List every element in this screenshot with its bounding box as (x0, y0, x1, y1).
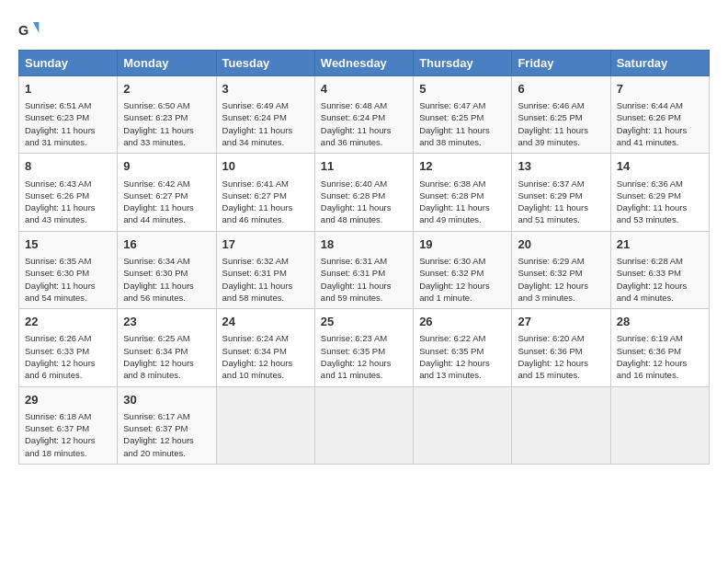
day-cell: 27Sunrise: 6:20 AMSunset: 6:36 PMDayligh… (512, 309, 610, 386)
day-number: 16 (123, 236, 210, 253)
day-cell: 16Sunrise: 6:34 AMSunset: 6:30 PMDayligh… (118, 231, 216, 308)
day-number: 4 (321, 81, 407, 98)
day-detail: Sunrise: 6:38 AMSunset: 6:28 PMDaylight:… (419, 178, 506, 226)
day-number: 30 (123, 392, 210, 408)
day-cell: 20Sunrise: 6:29 AMSunset: 6:32 PMDayligh… (512, 231, 610, 308)
week-row-4: 22Sunrise: 6:26 AMSunset: 6:33 PMDayligh… (19, 309, 710, 386)
day-cell: 14Sunrise: 6:36 AMSunset: 6:29 PMDayligh… (610, 154, 709, 231)
day-number: 29 (25, 392, 111, 408)
day-cell (414, 386, 512, 464)
day-cell: 26Sunrise: 6:22 AMSunset: 6:35 PMDayligh… (414, 309, 512, 386)
week-row-3: 15Sunrise: 6:35 AMSunset: 6:30 PMDayligh… (19, 231, 710, 308)
day-detail: Sunrise: 6:30 AMSunset: 6:32 PMDaylight:… (419, 255, 506, 304)
column-header-thursday: Thursday (414, 51, 512, 76)
day-cell: 4Sunrise: 6:48 AMSunset: 6:24 PMDaylight… (314, 76, 413, 154)
day-number: 11 (321, 158, 407, 175)
day-number: 7 (617, 81, 703, 98)
day-detail: Sunrise: 6:17 AMSunset: 6:37 PMDaylight:… (123, 410, 210, 459)
day-cell: 17Sunrise: 6:32 AMSunset: 6:31 PMDayligh… (216, 231, 314, 308)
svg-marker-1 (33, 22, 39, 33)
day-cell: 29Sunrise: 6:18 AMSunset: 6:37 PMDayligh… (19, 386, 118, 464)
day-detail: Sunrise: 6:49 AMSunset: 6:24 PMDaylight:… (222, 99, 309, 148)
day-cell: 3Sunrise: 6:49 AMSunset: 6:24 PMDaylight… (216, 76, 314, 154)
day-cell: 28Sunrise: 6:19 AMSunset: 6:36 PMDayligh… (610, 309, 709, 386)
day-cell: 22Sunrise: 6:26 AMSunset: 6:33 PMDayligh… (19, 309, 118, 386)
day-detail: Sunrise: 6:41 AMSunset: 6:27 PMDaylight:… (222, 178, 309, 226)
day-cell (512, 386, 610, 464)
column-header-wednesday: Wednesday (314, 51, 413, 76)
day-number: 6 (518, 81, 604, 98)
day-detail: Sunrise: 6:26 AMSunset: 6:33 PMDaylight:… (25, 332, 111, 381)
day-detail: Sunrise: 6:29 AMSunset: 6:32 PMDaylight:… (518, 255, 604, 304)
calendar-table: SundayMondayTuesdayWednesdayThursdayFrid… (18, 50, 710, 465)
day-detail: Sunrise: 6:46 AMSunset: 6:25 PMDaylight:… (518, 99, 604, 148)
day-detail: Sunrise: 6:42 AMSunset: 6:27 PMDaylight:… (123, 178, 210, 226)
day-number: 19 (419, 236, 506, 253)
day-detail: Sunrise: 6:37 AMSunset: 6:29 PMDaylight:… (518, 178, 604, 226)
calendar-body: 1Sunrise: 6:51 AMSunset: 6:23 PMDaylight… (19, 76, 710, 465)
day-detail: Sunrise: 6:36 AMSunset: 6:29 PMDaylight:… (617, 178, 703, 226)
day-number: 15 (25, 236, 111, 253)
svg-text:G: G (18, 23, 28, 38)
logo-icon: G (18, 18, 40, 40)
day-number: 18 (321, 236, 407, 253)
day-detail: Sunrise: 6:19 AMSunset: 6:36 PMDaylight:… (617, 332, 703, 381)
day-detail: Sunrise: 6:24 AMSunset: 6:34 PMDaylight:… (222, 332, 309, 381)
day-cell: 24Sunrise: 6:24 AMSunset: 6:34 PMDayligh… (216, 309, 314, 386)
day-cell: 13Sunrise: 6:37 AMSunset: 6:29 PMDayligh… (512, 154, 610, 231)
day-detail: Sunrise: 6:23 AMSunset: 6:35 PMDaylight:… (321, 332, 407, 381)
calendar-header: SundayMondayTuesdayWednesdayThursdayFrid… (19, 51, 710, 76)
day-detail: Sunrise: 6:20 AMSunset: 6:36 PMDaylight:… (518, 332, 604, 381)
day-number: 23 (123, 314, 210, 330)
day-number: 8 (25, 158, 111, 175)
day-cell: 9Sunrise: 6:42 AMSunset: 6:27 PMDaylight… (118, 154, 216, 231)
day-number: 2 (123, 81, 210, 98)
page-header: G (18, 18, 710, 40)
day-detail: Sunrise: 6:50 AMSunset: 6:23 PMDaylight:… (123, 99, 210, 148)
day-number: 9 (123, 158, 210, 175)
day-number: 14 (617, 158, 703, 175)
day-number: 26 (419, 314, 506, 330)
day-number: 25 (321, 314, 407, 330)
day-detail: Sunrise: 6:35 AMSunset: 6:30 PMDaylight:… (25, 255, 111, 304)
day-cell: 15Sunrise: 6:35 AMSunset: 6:30 PMDayligh… (19, 231, 118, 308)
day-number: 21 (617, 236, 703, 253)
day-cell (610, 386, 709, 464)
day-number: 12 (419, 158, 506, 175)
day-detail: Sunrise: 6:32 AMSunset: 6:31 PMDaylight:… (222, 255, 309, 304)
column-header-sunday: Sunday (19, 51, 118, 76)
day-number: 3 (222, 81, 309, 98)
week-row-5: 29Sunrise: 6:18 AMSunset: 6:37 PMDayligh… (19, 386, 710, 464)
day-number: 24 (222, 314, 309, 330)
day-cell: 12Sunrise: 6:38 AMSunset: 6:28 PMDayligh… (414, 154, 512, 231)
header-row: SundayMondayTuesdayWednesdayThursdayFrid… (19, 51, 710, 76)
day-cell: 23Sunrise: 6:25 AMSunset: 6:34 PMDayligh… (118, 309, 216, 386)
column-header-monday: Monday (118, 51, 216, 76)
day-number: 17 (222, 236, 309, 253)
day-number: 22 (25, 314, 111, 330)
day-detail: Sunrise: 6:31 AMSunset: 6:31 PMDaylight:… (321, 255, 407, 304)
day-cell: 2Sunrise: 6:50 AMSunset: 6:23 PMDaylight… (118, 76, 216, 154)
day-number: 28 (617, 314, 703, 330)
column-header-saturday: Saturday (610, 51, 709, 76)
week-row-1: 1Sunrise: 6:51 AMSunset: 6:23 PMDaylight… (19, 76, 710, 154)
day-number: 27 (518, 314, 604, 330)
day-detail: Sunrise: 6:25 AMSunset: 6:34 PMDaylight:… (123, 332, 210, 381)
day-detail: Sunrise: 6:43 AMSunset: 6:26 PMDaylight:… (25, 178, 111, 226)
day-cell: 11Sunrise: 6:40 AMSunset: 6:28 PMDayligh… (314, 154, 413, 231)
column-header-tuesday: Tuesday (216, 51, 314, 76)
day-detail: Sunrise: 6:47 AMSunset: 6:25 PMDaylight:… (419, 99, 506, 148)
day-number: 1 (25, 81, 111, 98)
logo: G (18, 18, 44, 40)
day-cell (314, 386, 413, 464)
column-header-friday: Friday (512, 51, 610, 76)
day-number: 13 (518, 158, 604, 175)
day-cell: 7Sunrise: 6:44 AMSunset: 6:26 PMDaylight… (610, 76, 709, 154)
day-cell: 5Sunrise: 6:47 AMSunset: 6:25 PMDaylight… (414, 76, 512, 154)
day-number: 5 (419, 81, 506, 98)
day-cell: 19Sunrise: 6:30 AMSunset: 6:32 PMDayligh… (414, 231, 512, 308)
day-cell: 6Sunrise: 6:46 AMSunset: 6:25 PMDaylight… (512, 76, 610, 154)
day-cell: 10Sunrise: 6:41 AMSunset: 6:27 PMDayligh… (216, 154, 314, 231)
day-cell (216, 386, 314, 464)
day-detail: Sunrise: 6:28 AMSunset: 6:33 PMDaylight:… (617, 255, 703, 304)
